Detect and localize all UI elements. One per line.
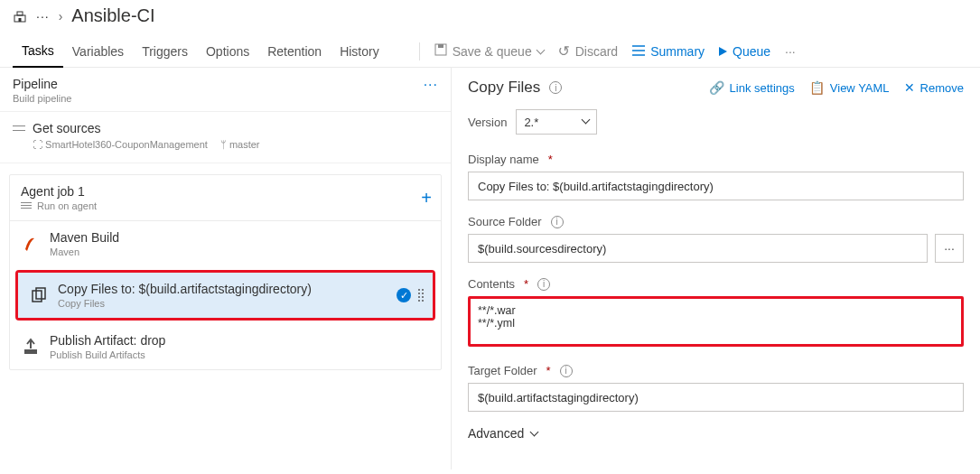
sources-icon xyxy=(13,124,25,133)
svg-rect-9 xyxy=(36,288,45,299)
breadcrumb-ellipsis[interactable]: ··· xyxy=(36,9,50,23)
version-label: Version xyxy=(468,116,507,129)
pipeline-header[interactable]: Pipeline Build pipeline ··· xyxy=(0,68,451,112)
publish-icon xyxy=(21,337,41,357)
repo-name: SmartHotel360-CouponManagement xyxy=(45,139,208,150)
view-yaml[interactable]: 📋View YAML xyxy=(809,80,890,95)
project-icon xyxy=(13,9,27,23)
tab-history[interactable]: History xyxy=(331,35,388,67)
task-detail-panel: Copy Files i 🔗Link settings 📋View YAML ✕… xyxy=(452,68,980,469)
more-icon: ··· xyxy=(785,44,796,59)
agent-job-header[interactable]: Agent job 1 Run on agent + xyxy=(10,175,441,221)
save-icon xyxy=(434,43,447,59)
svg-rect-10 xyxy=(24,349,37,354)
display-name-input[interactable] xyxy=(468,172,964,200)
task-title: Copy Files to: $(build.artifactstagingdi… xyxy=(58,282,312,296)
agent-job-subtitle: Run on agent xyxy=(37,200,97,211)
contents-label: Contents xyxy=(468,277,515,291)
link-icon: 🔗 xyxy=(709,80,724,95)
undo-icon: ↻ xyxy=(558,42,570,60)
info-icon[interactable]: i xyxy=(537,278,550,291)
repo-icon: ⛶ xyxy=(33,139,42,150)
pipeline-more[interactable]: ··· xyxy=(424,77,438,93)
source-folder-input[interactable] xyxy=(468,234,928,263)
tab-bar: Tasks Variables Triggers Options Retenti… xyxy=(0,35,980,68)
advanced-section[interactable]: Advanced xyxy=(468,426,964,441)
target-folder-input[interactable] xyxy=(468,383,964,412)
task-publish-artifact[interactable]: Publish Artifact: drop Publish Build Art… xyxy=(10,324,441,369)
agent-icon xyxy=(21,200,32,210)
queue-button[interactable]: Queue xyxy=(712,44,778,59)
info-icon[interactable]: i xyxy=(560,365,573,377)
target-folder-label: Target Folder xyxy=(468,364,537,377)
svg-rect-1 xyxy=(17,12,23,15)
chevron-right-icon: › xyxy=(59,9,63,23)
link-settings[interactable]: 🔗Link settings xyxy=(709,80,795,95)
version-select[interactable]: 2.* xyxy=(516,109,597,135)
maven-icon xyxy=(21,234,41,254)
play-icon xyxy=(719,47,727,56)
agent-job-title: Agent job 1 xyxy=(21,184,97,199)
summary-button[interactable]: Summary xyxy=(625,44,712,59)
svg-rect-8 xyxy=(33,291,42,302)
info-icon[interactable]: i xyxy=(549,81,562,94)
chevron-down-icon xyxy=(530,428,539,437)
tab-tasks[interactable]: Tasks xyxy=(13,36,63,68)
chevron-down-icon xyxy=(536,45,545,54)
drag-handle[interactable] xyxy=(418,289,424,302)
copy-icon xyxy=(29,285,49,305)
save-queue-button[interactable]: Save & queue xyxy=(427,43,551,59)
pipeline-label: Pipeline xyxy=(13,77,71,91)
pipeline-title: Ansible-CI xyxy=(71,5,154,26)
panel-title: Copy Files xyxy=(468,79,540,97)
pipeline-sublabel: Build pipeline xyxy=(13,93,71,104)
display-name-label: Display name xyxy=(468,153,539,166)
task-ok-badge: ✓ xyxy=(397,288,411,302)
chevron-down-icon xyxy=(582,116,591,125)
branch-icon: ᛘ xyxy=(220,139,227,150)
clipboard-icon: 📋 xyxy=(809,80,825,95)
tab-options[interactable]: Options xyxy=(197,35,258,67)
list-icon xyxy=(632,44,645,59)
task-copy-files[interactable]: Copy Files to: $(build.artifactstagingdi… xyxy=(18,273,433,318)
task-maven-build[interactable]: Maven Build Maven xyxy=(10,221,441,266)
remove-task[interactable]: ✕Remove xyxy=(904,80,964,95)
tab-retention[interactable]: Retention xyxy=(258,35,331,67)
branch-name: master xyxy=(229,139,260,150)
task-subtitle: Publish Build Artifacts xyxy=(50,349,165,360)
svg-rect-2 xyxy=(19,18,22,22)
task-title: Maven Build xyxy=(50,230,119,245)
tab-triggers[interactable]: Triggers xyxy=(133,35,197,67)
task-title: Publish Artifact: drop xyxy=(50,333,165,348)
agent-job-box: Agent job 1 Run on agent + Maven Build M… xyxy=(9,174,442,370)
more-actions[interactable]: ··· xyxy=(778,44,803,59)
task-subtitle: Copy Files xyxy=(58,298,312,309)
get-sources-label: Get sources xyxy=(33,121,100,135)
task-subtitle: Maven xyxy=(50,246,119,257)
svg-rect-4 xyxy=(438,44,443,48)
source-folder-label: Source Folder xyxy=(468,215,542,228)
close-icon: ✕ xyxy=(904,80,915,95)
discard-button[interactable]: ↻ Discard xyxy=(551,42,625,60)
add-task-button[interactable]: + xyxy=(421,188,432,209)
tab-variables[interactable]: Variables xyxy=(63,35,133,67)
breadcrumb: ··· › Ansible-CI xyxy=(0,0,980,35)
get-sources[interactable]: Get sources ⛶ SmartHotel360-CouponManage… xyxy=(0,112,451,163)
contents-textarea[interactable] xyxy=(468,296,964,347)
info-icon[interactable]: i xyxy=(551,216,564,228)
tasks-panel: Pipeline Build pipeline ··· Get sources … xyxy=(0,68,452,469)
browse-button[interactable]: ··· xyxy=(935,234,964,263)
